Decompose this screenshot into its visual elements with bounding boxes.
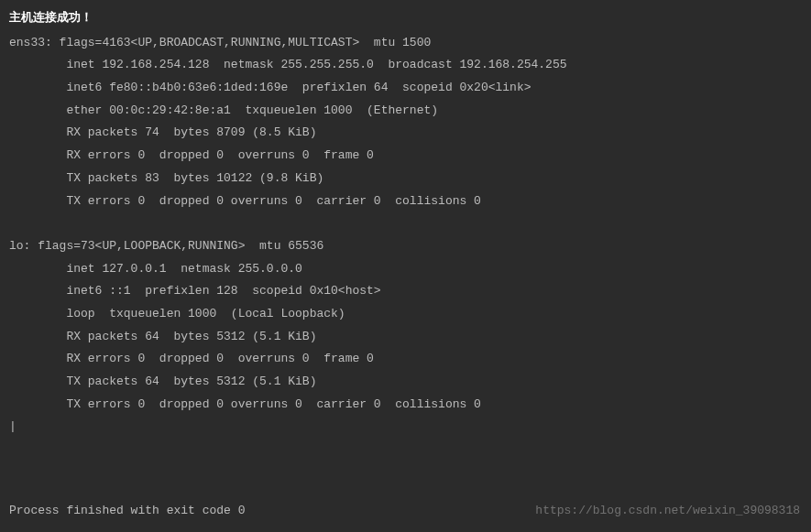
ifconfig-lo-rx-errors: RX errors 0 dropped 0 overruns 0 frame 0 [9,348,802,371]
ifconfig-lo-header: lo: flags=73<UP,LOOPBACK,RUNNING> mtu 65… [9,235,802,258]
connection-success-message: 主机连接成功！ [9,7,802,30]
ifconfig-lo-tx-packets: TX packets 64 bytes 5312 (5.1 KiB) [9,371,802,394]
blank-separator [9,212,802,235]
ifconfig-lo-inet: inet 127.0.0.1 netmask 255.0.0.0 [9,258,802,281]
ifconfig-ens33-tx-errors: TX errors 0 dropped 0 overruns 0 carrier… [9,190,802,213]
ifconfig-lo-inet6: inet6 ::1 prefixlen 128 scopeid 0x10<hos… [9,280,802,303]
ifconfig-ens33-inet: inet 192.168.254.128 netmask 255.255.255… [9,54,802,77]
ifconfig-lo-tx-errors: TX errors 0 dropped 0 overruns 0 carrier… [9,394,802,417]
terminal-cursor: | [9,416,802,439]
ifconfig-ens33-tx-packets: TX packets 83 bytes 10122 (9.8 KiB) [9,168,802,190]
ifconfig-ens33-rx-errors: RX errors 0 dropped 0 overruns 0 frame 0 [9,145,802,168]
ifconfig-ens33-inet6: inet6 fe80::b4b0:63e6:1ded:169e prefixle… [9,77,802,100]
csdn-watermark: https://blog.csdn.net/weixin_39098318 [535,500,800,523]
ifconfig-ens33-rx-packets: RX packets 74 bytes 8709 (8.5 KiB) [9,122,802,145]
ifconfig-lo-rx-packets: RX packets 64 bytes 5312 (5.1 KiB) [9,326,802,349]
ifconfig-lo-loop: loop txqueuelen 1000 (Local Loopback) [9,303,802,326]
process-exit-message: Process finished with exit code 0 [9,500,245,523]
ifconfig-ens33-header: ens33: flags=4163<UP,BROADCAST,RUNNING,M… [9,32,802,55]
ifconfig-ens33-ether: ether 00:0c:29:42:8e:a1 txqueuelen 1000 … [9,100,802,123]
